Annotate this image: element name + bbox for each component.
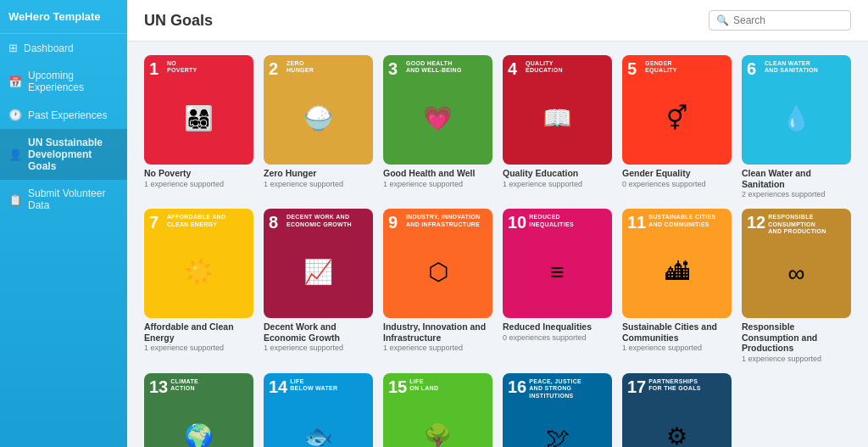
goal-icon: ⚙ bbox=[627, 395, 726, 447]
nav-icon: 🕐 bbox=[8, 109, 22, 121]
goal-name: No Poverty bbox=[144, 168, 253, 179]
card-header: 3 GOOD HEALTHAND WELL-BEING bbox=[388, 60, 487, 77]
topbar: UN Goals 🔍 bbox=[127, 0, 868, 42]
goal-experiences: 1 experience supported bbox=[383, 180, 492, 188]
goal-card[interactable]: 2 ZEROHUNGER 🍚 bbox=[264, 55, 373, 165]
goal-name: Quality Education bbox=[503, 168, 612, 179]
goal-name: Reduced Inequalities bbox=[503, 321, 612, 332]
goal-card[interactable]: 12 RESPONSIBLECONSUMPTIONAND PRODUCTION … bbox=[742, 209, 851, 318]
search-icon: 🔍 bbox=[716, 14, 729, 26]
goal-info: No Poverty 1 experience supported bbox=[144, 168, 253, 188]
goal-card[interactable]: 7 AFFORDABLE ANDCLEAN ENERGY ☀️ bbox=[144, 209, 253, 318]
goal-info: Affordable and Clean Energy 1 experience… bbox=[144, 321, 253, 352]
goal-name: Gender Equality bbox=[622, 168, 732, 179]
sidebar-item-past[interactable]: 🕐Past Experiences bbox=[0, 101, 127, 129]
goal-icon: ⚥ bbox=[627, 77, 726, 159]
nav-icon: 👤 bbox=[8, 148, 22, 161]
goal-experiences: 1 experience supported bbox=[144, 344, 253, 352]
goal-card-title: RESPONSIBLECONSUMPTIONAND PRODUCTION bbox=[768, 214, 826, 235]
goal-icon: 📖 bbox=[508, 77, 607, 159]
goal-card-title: ZEROHUNGER bbox=[287, 60, 314, 75]
goal-icon: 💧 bbox=[747, 77, 846, 159]
goal-name: Sustainable Cities and Communities bbox=[622, 321, 732, 343]
page-title: UN Goals bbox=[144, 12, 213, 30]
card-header: 5 GENDEREQUALITY bbox=[627, 60, 726, 77]
goal-name: Zero Hunger bbox=[264, 168, 373, 179]
goal-item: 12 RESPONSIBLECONSUMPTIONAND PRODUCTION … bbox=[742, 209, 851, 363]
sidebar-item-volunteer[interactable]: 📋Submit Volunteer Data bbox=[0, 180, 127, 219]
goal-info: Sustainable Cities and Communities 1 exp… bbox=[622, 321, 732, 352]
goal-name: Good Health and Well bbox=[383, 168, 492, 179]
goal-card[interactable]: 10 REDUCEDINEQUALITIES ≡ bbox=[503, 209, 612, 318]
goal-card[interactable]: 14 LIFEBELOW WATER 🐟 bbox=[264, 373, 373, 447]
goal-card[interactable]: 11 SUSTAINABLE CITIESAND COMMUNITIES 🏙 bbox=[622, 209, 732, 318]
card-header: 10 REDUCEDINEQUALITIES bbox=[508, 214, 607, 231]
goal-card-title: LIFEBELOW WATER bbox=[290, 378, 337, 393]
sidebar-item-label: Past Experiences bbox=[28, 109, 107, 121]
goal-card[interactable]: 4 QUALITYEDUCATION 📖 bbox=[503, 55, 612, 165]
goal-item: 16 PEACE, JUSTICEAND STRONGINSTITUTIONS … bbox=[503, 373, 612, 447]
brand-logo: WeHero Template bbox=[0, 0, 127, 34]
goal-icon: 🐟 bbox=[269, 395, 368, 447]
goal-card-title: LIFEON LAND bbox=[409, 378, 438, 393]
card-header: 9 INDUSTRY, INNOVATIONAND INFRASTRUCTURE bbox=[388, 214, 487, 231]
card-header: 8 DECENT WORK ANDECONOMIC GROWTH bbox=[269, 214, 368, 231]
card-header: 15 LIFEON LAND bbox=[388, 378, 487, 395]
goal-experiences: 1 experience supported bbox=[383, 344, 492, 352]
goal-card[interactable]: 3 GOOD HEALTHAND WELL-BEING 💗 bbox=[383, 55, 492, 165]
goal-name: Decent Work and Economic Growth bbox=[264, 321, 373, 343]
sidebar-item-un-goals[interactable]: 👤UN Sustainable Development Goals bbox=[0, 129, 127, 180]
goal-item: 7 AFFORDABLE ANDCLEAN ENERGY ☀️ Affordab… bbox=[144, 209, 253, 363]
goal-number: 14 bbox=[269, 378, 287, 395]
goal-card-title: PEACE, JUSTICEAND STRONGINSTITUTIONS bbox=[529, 378, 581, 400]
search-input[interactable] bbox=[733, 14, 843, 26]
card-header: 13 CLIMATEACTION bbox=[149, 378, 248, 395]
goal-card-title: NOPOVERTY bbox=[167, 60, 198, 75]
goal-card-title: GENDEREQUALITY bbox=[645, 60, 677, 75]
goal-experiences: 1 experience supported bbox=[622, 344, 732, 352]
goal-card[interactable]: 6 CLEAN WATERAND SANITATION 💧 bbox=[742, 55, 851, 165]
goal-card-title: INDUSTRY, INNOVATIONAND INFRASTRUCTURE bbox=[406, 214, 481, 228]
goal-card[interactable]: 17 PARTNERSHIPSFOR THE GOALS ⚙ bbox=[622, 373, 732, 447]
goal-card-title: REDUCEDINEQUALITIES bbox=[529, 214, 574, 228]
goal-icon: ≡ bbox=[508, 231, 607, 313]
sidebar-item-upcoming[interactable]: 📅Upcoming Experiences bbox=[0, 62, 127, 101]
sidebar-item-label: Upcoming Experiences bbox=[28, 70, 119, 93]
goal-card-title: GOOD HEALTHAND WELL-BEING bbox=[406, 60, 462, 75]
goal-item: 15 LIFEON LAND 🌳 Life on Land 1 experien… bbox=[383, 373, 492, 447]
goal-item: 6 CLEAN WATERAND SANITATION 💧 Clean Wate… bbox=[742, 55, 851, 198]
goal-card[interactable]: 5 GENDEREQUALITY ⚥ bbox=[622, 55, 732, 165]
goal-card[interactable]: 8 DECENT WORK ANDECONOMIC GROWTH 📈 bbox=[264, 209, 373, 318]
goal-card-title: CLIMATEACTION bbox=[170, 378, 198, 393]
card-header: 2 ZEROHUNGER bbox=[269, 60, 368, 77]
goal-icon: ☀️ bbox=[149, 231, 248, 313]
goal-icon: 💗 bbox=[388, 77, 487, 159]
goal-number: 9 bbox=[388, 214, 403, 231]
goal-icon: ∞ bbox=[747, 235, 846, 313]
goal-item: 13 CLIMATEACTION 🌍 Climate Action 0 expe… bbox=[144, 373, 253, 447]
sidebar-item-dashboard[interactable]: ⊞Dashboard bbox=[0, 34, 127, 62]
goal-experiences: 1 experience supported bbox=[264, 180, 373, 188]
search-box[interactable]: 🔍 bbox=[709, 10, 851, 31]
goal-item: 3 GOOD HEALTHAND WELL-BEING 💗 Good Healt… bbox=[383, 55, 492, 198]
goal-number: 15 bbox=[388, 378, 407, 395]
goal-card[interactable]: 16 PEACE, JUSTICEAND STRONGINSTITUTIONS … bbox=[503, 373, 612, 447]
nav-icon: ⊞ bbox=[8, 42, 18, 54]
goal-icon: 🌍 bbox=[149, 395, 248, 447]
goal-card-title: AFFORDABLE ANDCLEAN ENERGY bbox=[167, 214, 225, 228]
card-header: 4 QUALITYEDUCATION bbox=[508, 60, 607, 77]
goal-number: 7 bbox=[149, 214, 164, 231]
goal-card[interactable]: 1 NOPOVERTY 👨‍👩‍👧‍👦 bbox=[144, 55, 253, 165]
goal-card[interactable]: 13 CLIMATEACTION 🌍 bbox=[144, 373, 253, 447]
sidebar-item-label: UN Sustainable Development Goals bbox=[28, 137, 119, 172]
goal-item: 17 PARTNERSHIPSFOR THE GOALS ⚙ Partnersh… bbox=[622, 373, 732, 447]
main-content: UN Goals 🔍 1 NOPOVERTY 👨‍👩‍👧‍👦 No Povert… bbox=[127, 0, 868, 447]
goal-experiences: 0 experiences supported bbox=[503, 333, 612, 342]
goal-item: 11 SUSTAINABLE CITIESAND COMMUNITIES 🏙 S… bbox=[622, 209, 732, 363]
content-area: 1 NOPOVERTY 👨‍👩‍👧‍👦 No Poverty 1 experie… bbox=[127, 42, 868, 447]
goal-name: Clean Water and Sanitation bbox=[742, 168, 851, 189]
goal-card-title: DECENT WORK ANDECONOMIC GROWTH bbox=[287, 214, 352, 228]
goal-card[interactable]: 15 LIFEON LAND 🌳 bbox=[383, 373, 492, 447]
goal-card[interactable]: 9 INDUSTRY, INNOVATIONAND INFRASTRUCTURE… bbox=[383, 209, 492, 318]
goal-item: 2 ZEROHUNGER 🍚 Zero Hunger 1 experience … bbox=[264, 55, 373, 198]
